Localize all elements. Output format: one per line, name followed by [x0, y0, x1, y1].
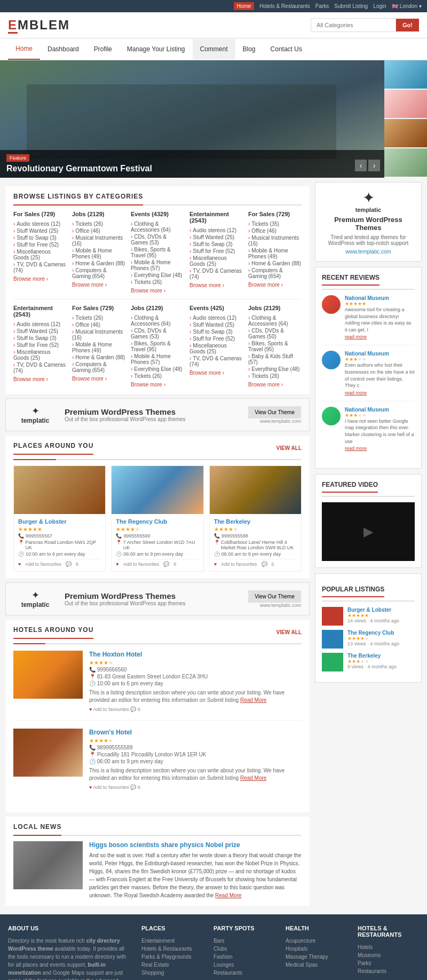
browse-more-3[interactable]: Browse more › — [131, 288, 184, 294]
cat-item[interactable]: TV, DVD & Cameras (74) — [189, 355, 243, 368]
cat-item[interactable]: Tickets (26) — [248, 373, 302, 380]
cat-item[interactable]: Miscellaneous Goods (25) — [189, 342, 243, 355]
place-name-3[interactable]: The Berkeley — [214, 518, 297, 525]
cat-item[interactable]: Musical Instruments (16) — [72, 328, 125, 341]
cat-item[interactable]: Stuff for Free (52) — [13, 241, 67, 248]
review-read-more-3[interactable]: read more — [345, 446, 367, 451]
news-title-1[interactable]: Higgs boson scientists share physics Nob… — [89, 841, 302, 849]
cat-item[interactable]: TV, DVD & Cameras (74) — [13, 261, 67, 274]
hotel-fav-1[interactable]: Add to favourites — [93, 707, 129, 712]
browse-more-2[interactable]: Browse more › — [72, 282, 125, 288]
browse-more-5[interactable]: Browse more › — [248, 282, 302, 288]
footer-places-item[interactable]: Real Estate — [141, 961, 203, 969]
popular-name-1[interactable]: Burger & Lobster — [347, 607, 399, 613]
nav-blog[interactable]: Blog — [235, 39, 263, 59]
cat-item[interactable]: Audio stereos (12) — [189, 227, 243, 234]
hero-thumb-4[interactable] — [384, 148, 427, 177]
view-theme-button[interactable]: View Our Theme — [248, 406, 301, 418]
cat-item[interactable]: Audio stereos (12) — [13, 321, 67, 328]
review-read-more-1[interactable]: read more — [345, 334, 367, 339]
footer-hotels-item[interactable]: Museums — [358, 951, 419, 959]
popular-name-2[interactable]: The Regency Club — [347, 630, 399, 636]
cat-item[interactable]: Stuff for Free (52) — [189, 335, 243, 342]
cat-item[interactable]: Stuff Wanted (25) — [13, 227, 67, 234]
cat-item[interactable]: Office (46) — [248, 227, 302, 234]
topbar-submit[interactable]: Submit Listing — [334, 3, 368, 9]
footer-party-item[interactable]: Fashion — [213, 953, 275, 961]
topbar-login[interactable]: Login — [373, 3, 386, 9]
cat-item[interactable]: Miscellaneous Goods (25) — [13, 349, 67, 361]
hotel-read-more-1[interactable]: Read More — [240, 697, 266, 703]
footer-hotels-item[interactable]: Restaurants — [358, 967, 419, 975]
cat-item[interactable]: Stuff to Swap (3) — [189, 328, 243, 335]
cat-item[interactable]: Clothing & Accessories (64) — [131, 314, 184, 327]
cat-item[interactable]: Mobile & Home Phones (49) — [72, 341, 125, 354]
cat-item[interactable]: Clothing & Accessories (64) — [131, 220, 184, 233]
cat-item[interactable]: Tickets (26) — [72, 220, 125, 227]
language-selector[interactable]: 🇬🇧 London ▾ — [392, 3, 422, 9]
footer-party-item[interactable]: Lounges — [213, 961, 275, 969]
cat-item[interactable]: Tickets (26) — [131, 279, 184, 286]
search-input[interactable] — [311, 18, 396, 32]
cat-item[interactable]: TV, DVD & Cameras (74) — [189, 267, 243, 280]
review-name-2[interactable]: National Museum — [345, 351, 415, 357]
add-fav-2[interactable]: Add to favourites — [123, 562, 160, 567]
cat-item[interactable]: CDs, DVDs & Games (53) — [131, 327, 184, 340]
cat-item[interactable]: Office (46) — [72, 227, 125, 234]
review-name-3[interactable]: National Museum — [345, 407, 415, 413]
cat-item[interactable]: Audio stereos (12) — [189, 314, 243, 321]
review-name-1[interactable]: National Museum — [345, 295, 415, 301]
hero-prev[interactable]: ‹ — [355, 160, 367, 171]
cat-item[interactable]: Stuff to Swap (3) — [13, 335, 67, 342]
footer-places-item[interactable]: Parks & Playgrounds — [141, 953, 203, 961]
cat-item[interactable]: Musical Instruments (16) — [248, 234, 302, 247]
cat-item[interactable]: CDs, DVDs & Games (50) — [248, 327, 302, 340]
cat-item[interactable]: Computers & Gaming (654) — [72, 267, 125, 280]
cat-item[interactable]: Home & Garden (88) — [72, 260, 125, 267]
cat-item[interactable]: Everything Else (48) — [248, 366, 302, 373]
cat-item[interactable]: Bikes, Sports & Travel (95) — [248, 340, 302, 353]
cat-item[interactable]: Tickets (26) — [131, 373, 184, 380]
browse-more-7[interactable]: Browse more › — [72, 376, 125, 382]
cat-item[interactable]: CDs, DVDs & Games (53) — [131, 233, 184, 246]
cat-item[interactable]: Miscellaneous Goods (25) — [13, 248, 67, 261]
cat-item[interactable]: Miscellaneous Goods (25) — [189, 255, 243, 267]
cat-item[interactable]: Stuff Wanted (25) — [189, 321, 243, 328]
hero-thumb-1[interactable] — [384, 60, 427, 89]
cat-item[interactable]: Stuff Wanted (25) — [13, 328, 67, 335]
footer-health-item[interactable]: Medical Spas — [286, 961, 347, 969]
footer-health-item[interactable]: Massage Therapy — [286, 953, 347, 961]
cat-item[interactable]: Computers & Gaming (654) — [248, 267, 302, 280]
cat-item[interactable]: Tickets (35) — [248, 220, 302, 227]
cat-item[interactable]: Mobile & Home Phones (49) — [72, 247, 125, 260]
footer-hotels-item[interactable]: Hotels — [358, 943, 419, 951]
footer-party-item[interactable]: Bars — [213, 937, 275, 945]
popular-name-3[interactable]: The Berkeley — [347, 653, 397, 659]
cat-item[interactable]: Stuff to Swap (3) — [189, 241, 243, 248]
nav-dashboard[interactable]: Dashboard — [40, 39, 86, 59]
cat-item[interactable]: Computers & Gaming (654) — [72, 361, 125, 374]
places-view-all[interactable]: VIEW ALL — [276, 445, 302, 451]
footer-places-item[interactable]: Shopping — [141, 969, 203, 977]
hero-thumb-3[interactable] — [384, 119, 427, 147]
browse-more-8[interactable]: Browse more › — [131, 382, 184, 388]
hotel-fav-2[interactable]: Add to favourites — [93, 785, 129, 790]
nav-comment[interactable]: Comment — [193, 39, 235, 59]
cat-item[interactable]: Mobile & Home Phones (57) — [131, 259, 184, 272]
place-name-1[interactable]: Burger & Lobster — [18, 518, 101, 525]
cat-item[interactable]: Everything Else (48) — [131, 366, 184, 373]
cat-item[interactable]: Office (46) — [72, 321, 125, 328]
nav-profile[interactable]: Profile — [86, 39, 120, 59]
nav-manage[interactable]: Manage Your Listing — [120, 39, 193, 59]
hotel-read-more-2[interactable]: Read More — [240, 775, 266, 781]
footer-places-item[interactable]: Entertainment — [141, 937, 203, 945]
cat-item[interactable]: Stuff for Free (52) — [189, 248, 243, 255]
cat-item[interactable]: Clothing & Accessories (64) — [248, 314, 302, 327]
cat-item[interactable]: Baby & Kids Stuff (57) — [248, 353, 302, 366]
topbar-parks[interactable]: Parks — [315, 3, 329, 9]
cat-item[interactable]: Audio stereos (12) — [13, 220, 67, 227]
cat-item[interactable]: Everything Else (48) — [131, 272, 184, 279]
browse-more-10[interactable]: Browse more › — [248, 382, 302, 388]
footer-places-item[interactable]: Hotels & Restaurants — [141, 945, 203, 953]
video-placeholder[interactable]: ▶ — [322, 502, 415, 561]
